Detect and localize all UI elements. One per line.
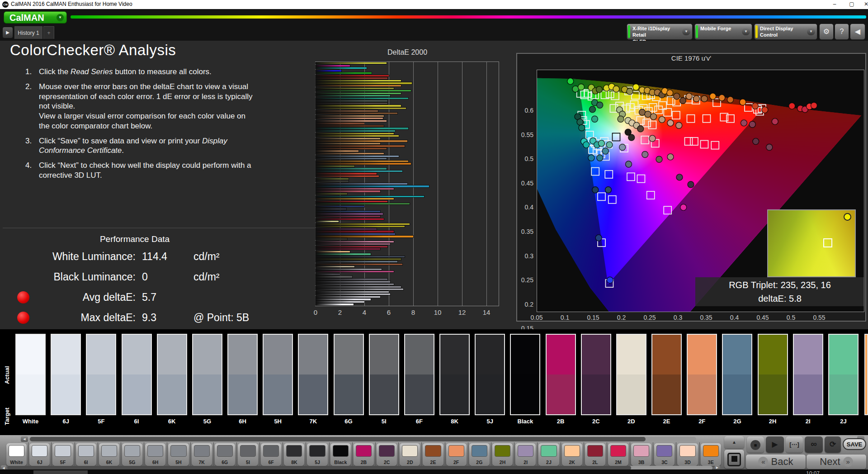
deltae-bar[interactable] — [316, 208, 346, 209]
deltae-bar[interactable] — [316, 98, 408, 99]
measured-point[interactable] — [590, 106, 596, 113]
deltae-bar[interactable] — [316, 264, 402, 265]
measured-point[interactable] — [577, 119, 583, 125]
deltae-bar[interactable] — [316, 90, 411, 91]
deltae-bar[interactable] — [316, 171, 402, 172]
deltae-bar[interactable] — [316, 190, 380, 192]
deltae-bar[interactable] — [316, 206, 364, 207]
deltae-bar[interactable] — [316, 158, 387, 159]
measured-point[interactable] — [592, 187, 599, 193]
deltae-bar[interactable] — [316, 100, 387, 101]
measured-point[interactable] — [605, 187, 612, 193]
deltae-bar[interactable] — [316, 223, 410, 225]
palette-item-6H[interactable]: 6H — [145, 443, 165, 466]
deltae-bar[interactable] — [316, 153, 384, 154]
deltae-bar[interactable] — [316, 148, 387, 149]
measured-point[interactable] — [667, 154, 674, 160]
deltae-bar[interactable] — [316, 161, 408, 162]
palette-item-2G[interactable]: 2G — [469, 443, 490, 466]
measured-point[interactable] — [628, 134, 635, 141]
measured-point[interactable] — [811, 102, 817, 109]
palette-item-2I[interactable]: 2I — [515, 443, 536, 466]
deltae-bar[interactable] — [316, 118, 383, 119]
measured-point[interactable] — [618, 116, 624, 122]
deltae-bar[interactable] — [316, 110, 378, 112]
scroll-left-button[interactable]: ◀ — [21, 436, 28, 442]
deltae-bar[interactable] — [316, 251, 350, 252]
deltae-bar[interactable] — [316, 218, 384, 220]
deltae-bar[interactable] — [316, 201, 387, 202]
deltae-bar[interactable] — [316, 231, 394, 232]
measured-point[interactable] — [656, 156, 662, 162]
deltae-bar[interactable] — [316, 286, 401, 288]
palette-item-5I[interactable]: 5I — [238, 443, 258, 466]
measured-point[interactable] — [752, 103, 759, 109]
measured-point[interactable] — [592, 116, 598, 122]
palette-item-White[interactable]: White — [6, 443, 27, 466]
deltae-bar[interactable] — [316, 108, 406, 109]
deltae-bar[interactable] — [316, 248, 380, 250]
deltae-bar[interactable] — [316, 276, 352, 277]
palette-item-2F[interactable]: 2F — [446, 443, 467, 466]
deltae-bar[interactable] — [316, 284, 394, 285]
deltae-bar[interactable] — [316, 211, 380, 212]
palette-item-2M[interactable]: 2M — [608, 443, 628, 466]
meter-dropdown[interactable]: X-Rite i1Display Retail OLED ▼ — [627, 24, 693, 40]
deltae-bar[interactable] — [316, 281, 390, 282]
deltae-bar[interactable] — [316, 166, 354, 167]
deltae-bar[interactable] — [316, 163, 411, 164]
deltae-bar[interactable] — [316, 120, 387, 122]
stop-button[interactable]: ■ — [747, 436, 764, 453]
deltae-bar[interactable] — [316, 103, 387, 104]
measured-point[interactable] — [578, 84, 585, 90]
deltae-bar[interactable] — [316, 88, 394, 89]
scrollbar-thumb[interactable] — [30, 437, 646, 441]
measured-point[interactable] — [680, 98, 686, 104]
palette-item-6I[interactable]: 6I — [76, 443, 96, 466]
measured-point[interactable] — [649, 135, 656, 142]
add-tab-button[interactable]: + — [43, 26, 54, 39]
measured-point[interactable] — [597, 155, 603, 161]
measured-point[interactable] — [583, 142, 590, 148]
measured-point[interactable] — [762, 107, 768, 113]
source-dropdown[interactable]: Mobile Forge ▼ — [694, 24, 752, 40]
measured-point[interactable] — [686, 93, 692, 100]
measured-point[interactable] — [637, 126, 644, 132]
deltae-bar[interactable] — [316, 130, 395, 132]
measured-point[interactable] — [602, 148, 609, 154]
deltae-bar[interactable] — [316, 269, 382, 270]
deltae-bar[interactable] — [316, 243, 390, 245]
deltae-bar[interactable] — [316, 221, 339, 222]
deltae-bar[interactable] — [316, 266, 354, 267]
deltae-bar[interactable] — [316, 228, 377, 230]
deltae-bar[interactable] — [316, 85, 401, 86]
deltae-bar[interactable] — [316, 140, 407, 142]
deltae-bar[interactable] — [316, 301, 364, 303]
palette-item-2K[interactable]: 2K — [562, 443, 582, 466]
palette-item-6G[interactable]: 6G — [215, 443, 235, 466]
measured-point[interactable] — [626, 161, 632, 167]
deltae-bar[interactable] — [316, 299, 371, 300]
deltae-bar[interactable] — [316, 133, 394, 134]
palette-up-button[interactable]: ▲ — [724, 436, 744, 449]
measured-point[interactable] — [596, 86, 603, 93]
palette-item-3C[interactable]: 3C — [654, 443, 675, 466]
deltae-bar[interactable] — [316, 65, 350, 66]
palette-item-6K[interactable]: 6K — [99, 443, 119, 466]
measured-point[interactable] — [676, 122, 682, 128]
deltae-bar[interactable] — [316, 271, 394, 272]
palette-item-3D[interactable]: 3D — [677, 443, 698, 466]
close-button[interactable]: ✕ — [858, 0, 868, 9]
measured-point[interactable] — [680, 204, 687, 210]
deltae-bar[interactable] — [316, 256, 405, 257]
measured-point[interactable] — [642, 152, 648, 158]
deltae-bar[interactable] — [316, 125, 384, 127]
measured-point[interactable] — [619, 144, 626, 150]
measured-point[interactable] — [579, 125, 585, 131]
deltae-bar[interactable] — [316, 77, 387, 79]
deltae-bar[interactable] — [316, 138, 380, 139]
measured-point[interactable] — [627, 88, 633, 95]
measured-point[interactable] — [772, 118, 778, 125]
measured-point[interactable] — [719, 95, 725, 101]
deltae-bar[interactable] — [316, 80, 401, 81]
